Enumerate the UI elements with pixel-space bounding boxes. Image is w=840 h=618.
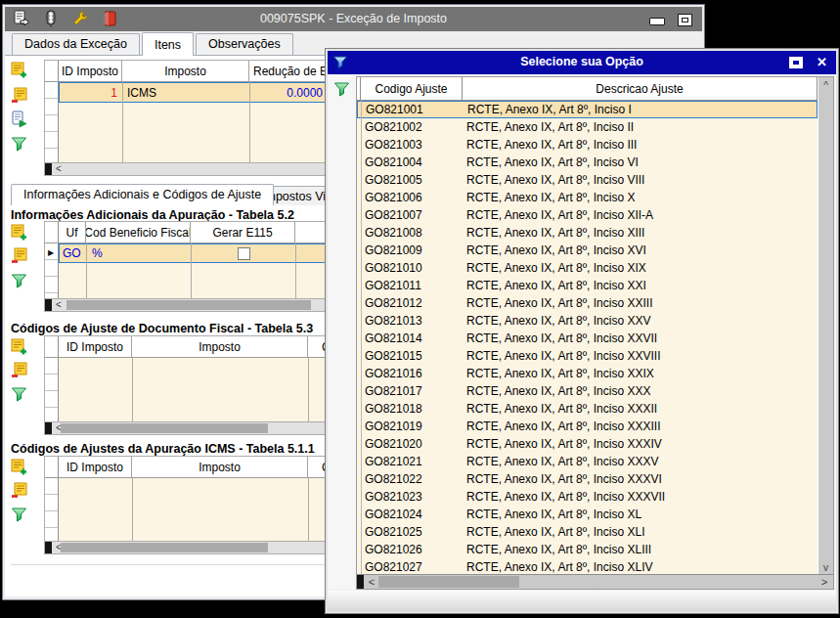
tab-itens[interactable]: Itens — [142, 32, 194, 56]
list-item[interactable]: GO821024 RCTE, Anexo IX, Art 8º, Inciso … — [357, 506, 818, 523]
column-header-id-imposto[interactable]: ID Imposto — [59, 457, 132, 477]
column-header-descricao-ajuste[interactable]: Descricao Ajuste — [463, 77, 818, 100]
add-row-button[interactable] — [11, 224, 28, 242]
scroll-up-icon[interactable]: ^ — [818, 80, 833, 91]
section-title-apuracao-icms: Códigos de Ajustes da Apuração ICMS - Ta… — [11, 442, 315, 456]
list-item[interactable]: GO821019 RCTE, Anexo IX, Art 8º, Inciso … — [357, 418, 818, 435]
list-item[interactable]: GO821013 RCTE, Anexo IX, Art 8º, Inciso … — [357, 312, 818, 330]
cell-descricao-ajuste: RCTE, Anexo IX, Art 8º, Inciso II — [463, 118, 818, 136]
filter-button[interactable] — [11, 386, 28, 404]
close-button[interactable]: ✕ — [817, 56, 827, 68]
list-item[interactable]: GO821012 RCTE, Anexo IX, Art 8º, Inciso … — [357, 294, 818, 312]
cell-codigo-ajuste: GO821018 — [361, 400, 459, 418]
column-header-gerar-e115[interactable]: Gerar E115 — [191, 222, 295, 243]
cell-codigo-ajuste: GO821013 — [361, 312, 459, 330]
scroll-down-icon[interactable]: v — [818, 562, 833, 573]
scrollbar-thumb[interactable] — [61, 543, 268, 552]
filter-button[interactable] — [11, 507, 28, 524]
gerar-e115-checkbox[interactable] — [238, 247, 250, 260]
main-titlebar[interactable]: 009075SPK - Exceção de Imposto — [5, 7, 702, 31]
list-item[interactable]: GO821004 RCTE, Anexo IX, Art 8º, Inciso … — [357, 154, 818, 171]
list-item[interactable]: GO821014 RCTE, Anexo IX, Art 8º, Inciso … — [357, 330, 818, 347]
add-row-button[interactable] — [11, 338, 28, 356]
list-item[interactable]: GO821002 RCTE, Anexo IX, Art 8º, Inciso … — [357, 118, 818, 136]
option-vscrollbar[interactable]: ^ v — [818, 77, 833, 576]
filter-button[interactable] — [333, 81, 350, 97]
scroll-left-icon[interactable]: < — [53, 299, 65, 311]
list-item[interactable]: GO821016 RCTE, Anexo IX, Art 8º, Inciso … — [357, 365, 818, 382]
add-row-button[interactable] — [11, 459, 28, 476]
list-item[interactable]: GO821015 RCTE, Anexo IX, Art 8º, Inciso … — [357, 347, 818, 365]
cell-descricao-ajuste: RCTE, Anexo IX, Art 8º, Inciso XIX — [463, 259, 818, 277]
list-item[interactable]: GO821005 RCTE, Anexo IX, Art 8º, Inciso … — [357, 171, 818, 189]
column-header-imposto[interactable]: Imposto — [122, 61, 249, 81]
note-add-icon — [11, 231, 28, 244]
delete-row-button[interactable] — [11, 482, 28, 500]
execute-button[interactable] — [11, 110, 28, 128]
option-hscrollbar[interactable]: < > — [357, 574, 833, 589]
filter-icon — [11, 141, 27, 154]
current-row-icon: ▶ — [48, 248, 54, 257]
cell-descricao-ajuste: RCTE, Anexo IX, Art 8º, Inciso XXXV — [463, 453, 818, 470]
list-item[interactable]: GO821003 RCTE, Anexo IX, Art 8º, Inciso … — [357, 136, 818, 154]
cell-descricao-ajuste: RCTE, Anexo IX, Art 8º, Inciso XXXIV — [463, 435, 818, 453]
list-item[interactable]: GO821008 RCTE, Anexo IX, Art 8º, Inciso … — [357, 224, 818, 242]
cell-descricao-ajuste: RCTE, Anexo IX, Art 8º, Inciso I — [464, 102, 817, 117]
list-item[interactable]: GO821007 RCTE, Anexo IX, Art 8º, Inciso … — [357, 206, 818, 224]
column-header-imposto[interactable]: Imposto — [132, 336, 308, 357]
tab-informacoes-adicionais[interactable]: Informações Adicionais e Códigos de Ajus… — [11, 184, 274, 205]
scrollbar-thumb[interactable] — [378, 576, 519, 588]
column-header-cod-beneficio[interactable]: Cod Beneficio Fiscal — [86, 222, 191, 243]
column-header-uf[interactable]: Uf — [59, 222, 86, 243]
scrollbar-thumb[interactable] — [61, 423, 268, 433]
scrollbar-corner — [45, 163, 52, 175]
cell-codigo-ajuste: GO821023 — [361, 488, 459, 506]
list-item[interactable]: GO821009 RCTE, Anexo IX, Art 8º, Inciso … — [357, 242, 818, 259]
column-header-imposto[interactable]: Imposto — [132, 457, 308, 477]
filter-button[interactable] — [11, 273, 28, 290]
scrollbar-corner — [357, 575, 364, 589]
maximize-button[interactable] — [789, 57, 803, 68]
column-header-id-imposto[interactable]: ID Imposto — [59, 336, 132, 357]
delete-row-button[interactable] — [11, 87, 28, 105]
list-item[interactable]: GO821022 RCTE, Anexo IX, Art 8º, Inciso … — [357, 470, 818, 488]
tab-dados-da-excecao[interactable]: Dados da Exceção — [12, 33, 140, 55]
delete-row-button[interactable] — [11, 362, 28, 379]
cell-codigo-ajuste: GO821006 — [361, 189, 459, 206]
scroll-right-icon[interactable]: > — [818, 576, 830, 588]
list-item[interactable]: GO821010 RCTE, Anexo IX, Art 8º, Inciso … — [357, 259, 818, 277]
scroll-left-icon[interactable]: < — [53, 163, 65, 175]
list-item[interactable]: GO821018 RCTE, Anexo IX, Art 8º, Inciso … — [357, 400, 818, 418]
tab-observacoes[interactable]: Observações — [196, 33, 293, 55]
maximize-button[interactable] — [678, 14, 692, 26]
maximize-icon — [682, 18, 688, 22]
column-header-codigo-ajuste[interactable]: Codigo Ajuste — [361, 77, 463, 100]
filter-button[interactable] — [11, 136, 28, 154]
column-header-id-imposto[interactable]: ID Imposto — [59, 61, 122, 81]
minimize-button[interactable] — [649, 18, 665, 25]
list-item[interactable]: GO821026 RCTE, Anexo IX, Art 8º, Inciso … — [357, 541, 818, 558]
scroll-left-icon[interactable]: < — [366, 576, 377, 588]
list-item[interactable]: GO821020 RCTE, Anexo IX, Art 8º, Inciso … — [357, 435, 818, 453]
cell-codigo-ajuste: GO821010 — [361, 259, 459, 277]
cell-descricao-ajuste: RCTE, Anexo IX, Art 8º, Inciso XLI — [463, 523, 818, 541]
popup-footer — [328, 590, 836, 611]
list-item[interactable]: GO821017 RCTE, Anexo IX, Art 8º, Inciso … — [357, 382, 818, 400]
list-item[interactable]: GO821021 RCTE, Anexo IX, Art 8º, Inciso … — [357, 453, 818, 470]
list-item[interactable]: GO821001 RCTE, Anexo IX, Art 8º, Inciso … — [357, 101, 818, 118]
list-item[interactable]: GO821011 RCTE, Anexo IX, Art 8º, Inciso … — [357, 277, 818, 294]
delete-row-button[interactable] — [11, 247, 28, 265]
scrollbar-thumb[interactable] — [66, 300, 311, 310]
main-window-title: 009075SPK - Exceção de Imposto — [5, 12, 702, 25]
add-row-button[interactable] — [11, 62, 28, 79]
popup-titlebar[interactable]: Selecione sua Opção ✕ — [328, 51, 836, 74]
list-item[interactable]: GO821023 RCTE, Anexo IX, Art 8º, Inciso … — [357, 488, 818, 506]
cell-descricao-ajuste: RCTE, Anexo IX, Art 8º, Inciso XXXIII — [463, 418, 818, 435]
list-item[interactable]: GO821025 RCTE, Anexo IX, Art 8º, Inciso … — [357, 523, 818, 541]
cell-descricao-ajuste: RCTE, Anexo IX, Art 8º, Inciso XVI — [463, 242, 818, 259]
cell-codigo-ajuste: GO821014 — [361, 330, 459, 347]
cell-codigo-ajuste: GO821001 — [362, 102, 460, 117]
cell-descricao-ajuste: RCTE, Anexo IX, Art 8º, Inciso XXXII — [463, 400, 818, 418]
cell-codigo-ajuste: GO821021 — [361, 453, 459, 470]
list-item[interactable]: GO821006 RCTE, Anexo IX, Art 8º, Inciso … — [357, 189, 818, 206]
